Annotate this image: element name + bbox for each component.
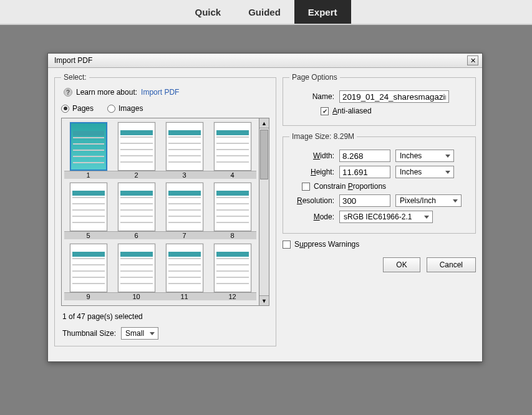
- dialog-titlebar: Import PDF ✕: [48, 54, 482, 68]
- resolution-unit-select[interactable]: Pixels/Inch: [395, 194, 462, 207]
- suppress-label: Suppress Warnings: [294, 240, 359, 249]
- mode-select[interactable]: sRGB IEC61966-2.1: [339, 211, 433, 223]
- image-size-group: Image Size: 8.29M Width: Inches Height: …: [283, 132, 476, 234]
- radio-pages-label: Pages: [72, 104, 94, 113]
- height-unit-select[interactable]: Inches: [395, 166, 454, 178]
- mode-label: Mode:: [289, 212, 334, 221]
- thumbnail-9[interactable]: 9: [64, 242, 112, 303]
- thumbnail-scrollbar[interactable]: ▲ ▼: [259, 118, 269, 305]
- resolution-input[interactable]: [339, 194, 390, 207]
- thumbnail-3[interactable]: 3: [160, 121, 208, 181]
- antialiased-label: Anti-aliased: [332, 107, 372, 115]
- tab-quick[interactable]: Quick: [181, 0, 235, 24]
- help-icon[interactable]: ?: [64, 88, 72, 97]
- scroll-handle[interactable]: [260, 130, 268, 179]
- antialiased-checkbox[interactable]: [321, 107, 329, 115]
- thumbnail-grid[interactable]: 123456789101112: [62, 118, 259, 305]
- select-group: Select: ? Learn more about: Import PDF P…: [54, 73, 276, 346]
- image-size-legend: Image Size: 8.29M: [289, 132, 357, 141]
- height-input[interactable]: [339, 166, 390, 178]
- ok-button[interactable]: OK: [383, 257, 420, 272]
- height-label: Height:: [289, 168, 334, 176]
- thumbnail-number: 2: [112, 171, 160, 179]
- tab-expert[interactable]: Expert: [294, 0, 351, 24]
- resolution-label: Resolution:: [289, 196, 334, 205]
- thumbnail-4[interactable]: 4: [208, 121, 256, 181]
- thumbnail-number: 7: [160, 231, 208, 239]
- page-options-legend: Page Options: [289, 73, 340, 82]
- name-input[interactable]: [339, 90, 449, 103]
- close-button[interactable]: ✕: [467, 55, 478, 65]
- scroll-up-button[interactable]: ▲: [259, 118, 269, 128]
- thumbnail-size-label: Thumbnail Size:: [62, 329, 116, 338]
- learn-label: Learn more about:: [76, 88, 137, 97]
- thumbnail-10[interactable]: 10: [112, 242, 160, 303]
- thumbnail-number: 8: [208, 231, 256, 239]
- thumbnail-5[interactable]: 5: [64, 181, 112, 242]
- radio-pages-indicator: [61, 105, 69, 113]
- mode-tabs: Quick Guided Expert: [0, 0, 532, 25]
- thumbnail-number: 9: [64, 292, 112, 300]
- suppress-checkbox[interactable]: [283, 241, 291, 249]
- radio-images-indicator: [107, 105, 115, 113]
- thumbnail-11[interactable]: 11: [160, 242, 208, 303]
- thumbnail-2[interactable]: 2: [112, 121, 160, 181]
- thumbnail-number: 11: [160, 292, 208, 300]
- constrain-label: Constrain Proportions: [314, 182, 386, 191]
- thumbnail-8[interactable]: 8: [208, 181, 256, 242]
- width-input[interactable]: [339, 150, 390, 162]
- name-label: Name:: [289, 92, 334, 101]
- cancel-button[interactable]: Cancel: [427, 257, 476, 272]
- radio-images[interactable]: Images: [107, 104, 143, 113]
- close-icon: ✕: [470, 57, 476, 65]
- radio-pages[interactable]: Pages: [61, 104, 94, 113]
- thumbnail-6[interactable]: 6: [112, 181, 160, 242]
- tab-guided[interactable]: Guided: [235, 0, 294, 24]
- scroll-down-button[interactable]: ▼: [259, 295, 269, 305]
- import-pdf-dialog: Import PDF ✕ Select: ? Learn more about:…: [47, 53, 483, 362]
- thumbnail-12[interactable]: 12: [208, 242, 256, 303]
- learn-link[interactable]: Import PDF: [141, 88, 179, 97]
- radio-images-label: Images: [118, 104, 143, 113]
- select-legend: Select:: [61, 73, 89, 82]
- thumbnail-1[interactable]: 1: [64, 121, 112, 181]
- thumbnail-size-select[interactable]: Small: [121, 327, 158, 340]
- thumbnail-number: 5: [64, 231, 112, 239]
- thumbnail-number: 6: [112, 231, 160, 239]
- thumbnail-number: 10: [112, 292, 160, 300]
- thumbnail-number: 3: [160, 171, 208, 179]
- thumbnail-number: 12: [208, 292, 256, 300]
- dialog-title: Import PDF: [54, 56, 92, 65]
- thumbnail-number: 1: [64, 171, 112, 179]
- thumbnail-number: 4: [208, 171, 256, 179]
- width-unit-select[interactable]: Inches: [395, 150, 454, 162]
- page-options-group: Page Options Name: Anti-aliased: [283, 73, 476, 126]
- selection-status: 1 of 47 page(s) selected: [62, 312, 269, 321]
- constrain-checkbox[interactable]: [302, 183, 310, 191]
- width-label: Width:: [289, 151, 334, 160]
- thumbnail-7[interactable]: 7: [160, 181, 208, 242]
